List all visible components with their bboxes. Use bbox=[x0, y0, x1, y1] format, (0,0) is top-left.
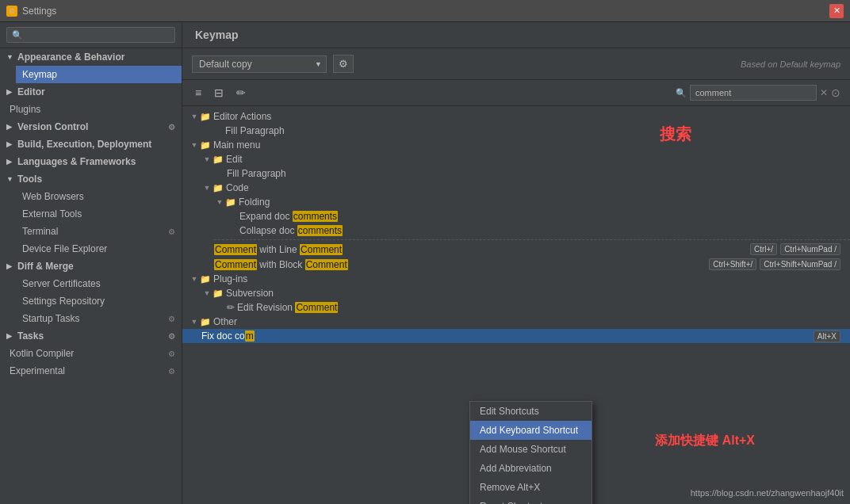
sidebar-item-editor[interactable]: ▶ Editor bbox=[0, 83, 182, 101]
tree-row-collapse-doc[interactable]: Collapse doc comments bbox=[182, 223, 850, 238]
tools-arrow: ▼ bbox=[6, 175, 14, 183]
tree-row-fill-paragraph-1[interactable]: Fill Paragraph bbox=[182, 124, 850, 138]
sidebar-item-tasks[interactable]: ▶ Tasks ⚙ bbox=[0, 327, 182, 345]
tree-row-edit-revision[interactable]: ✏ Edit Revision Comment bbox=[182, 300, 850, 315]
sidebar-item-web-browsers[interactable]: Web Browsers bbox=[16, 188, 182, 205]
keymap-gear-button[interactable]: ⚙ bbox=[333, 55, 354, 73]
experimental-label: Experimental bbox=[10, 365, 65, 376]
sidebar-item-tools[interactable]: ▼ Tools bbox=[0, 170, 182, 188]
tree-row-comment-block[interactable]: Comment with Block Comment Ctrl+Shift+/ … bbox=[182, 257, 850, 272]
plugins-tree-label: Plug-ins bbox=[213, 273, 850, 284]
folder-icon-folding: 📁 bbox=[225, 197, 236, 208]
tree-row-fix-doc[interactable]: Fix doc com Alt+X bbox=[182, 329, 850, 343]
keymap-search-input[interactable] bbox=[690, 85, 817, 101]
tree-row-comment-line[interactable]: Comment with Line Comment Ctrl+/ Ctrl+Nu… bbox=[182, 242, 850, 257]
tree-row-plugins[interactable]: ▼ 📁 Plug-ins bbox=[182, 272, 850, 286]
sidebar-item-external-tools[interactable]: External Tools bbox=[16, 205, 182, 223]
folder-icon-other: 📁 bbox=[200, 317, 211, 327]
ctx-edit-shortcuts[interactable]: Edit Shortcuts bbox=[470, 402, 592, 421]
ctx-add-abbreviation[interactable]: Add Abbreviation bbox=[470, 459, 592, 478]
titlebar-title: Settings bbox=[22, 6, 56, 17]
ctx-add-keyboard-shortcut[interactable]: Add Keyboard Shortcut bbox=[470, 421, 592, 440]
sidebar-item-build[interactable]: ▶ Build, Execution, Deployment bbox=[0, 136, 182, 153]
main-menu-label: Main menu bbox=[213, 139, 850, 151]
sidebar-item-appearance[interactable]: ▼ Appearance & Behavior bbox=[0, 48, 182, 66]
tasks-arrow: ▶ bbox=[6, 332, 14, 340]
other-label: Other bbox=[213, 316, 850, 327]
tree-row-edit[interactable]: ▼ 📁 Edit bbox=[182, 152, 850, 166]
fill-paragraph-1-label: Fill Paragraph bbox=[225, 125, 850, 136]
vc-label: Version Control bbox=[17, 121, 88, 132]
sidebar-item-device-file-explorer[interactable]: Device File Explorer bbox=[16, 240, 182, 258]
collapse-all-button[interactable]: ⊟ bbox=[211, 85, 227, 101]
lang-label: Languages & Frameworks bbox=[17, 156, 136, 167]
code-arrow: ▼ bbox=[201, 184, 212, 192]
fix-doc-shortcut: Alt+X bbox=[814, 331, 850, 341]
search-clear-button[interactable]: ✕ bbox=[820, 87, 828, 98]
comment-block-highlight1: Comment bbox=[214, 259, 257, 270]
sidebar-sub-appearance: Keymap bbox=[0, 66, 182, 83]
sidebar-item-terminal[interactable]: Terminal ⚙ bbox=[16, 223, 182, 240]
tree-row-code[interactable]: ▼ 📁 Code bbox=[182, 181, 850, 195]
folder-icon-code: 📁 bbox=[212, 183, 224, 193]
sidebar-item-kotlin-compiler[interactable]: Kotlin Compiler ⚙ bbox=[0, 345, 182, 362]
folder-icon-plugins: 📁 bbox=[200, 274, 211, 284]
tree-row-subversion[interactable]: ▼ 📁 Subversion bbox=[182, 286, 850, 300]
editor-arrow: ▶ bbox=[6, 88, 14, 96]
settings-icon: ⚙ bbox=[6, 6, 17, 17]
tree-row-main-menu[interactable]: ▼ 📁 Main menu bbox=[182, 138, 850, 152]
sidebar-item-diff-merge[interactable]: ▶ Diff & Merge bbox=[0, 258, 182, 275]
titlebar: ⚙ Settings ✕ bbox=[0, 0, 850, 22]
shortcut-alt-x: Alt+X bbox=[814, 330, 840, 342]
shortcut-ctrl-shift-numpad: Ctrl+Shift+NumPad / bbox=[760, 258, 840, 270]
edit-arrow: ▼ bbox=[201, 155, 212, 163]
ctx-add-mouse-shortcut[interactable]: Add Mouse Shortcut bbox=[470, 440, 592, 459]
sidebar-item-experimental[interactable]: Experimental ⚙ bbox=[0, 362, 182, 380]
diff-arrow: ▶ bbox=[6, 262, 14, 270]
search-options-button[interactable]: ⊙ bbox=[831, 86, 840, 99]
close-button[interactable]: ✕ bbox=[829, 4, 844, 18]
tree-row-fill-paragraph-edit[interactable]: Fill Paragraph bbox=[182, 166, 850, 181]
vc-arrow: ▶ bbox=[6, 123, 14, 131]
main-container: ▼ Appearance & Behavior Keymap ▶ Editor … bbox=[0, 22, 850, 504]
server-cert-label: Server Certificates bbox=[22, 278, 101, 289]
editor-actions-arrow: ▼ bbox=[189, 113, 200, 120]
sidebar-search-input[interactable] bbox=[6, 27, 175, 43]
sidebar-item-settings-repository[interactable]: Settings Repository bbox=[16, 292, 182, 310]
keymap-dropdown[interactable]: Default copy Default Eclipse NetBeans Em… bbox=[192, 55, 327, 73]
keymap-select-wrapper: Default copy Default Eclipse NetBeans Em… bbox=[192, 55, 327, 73]
startup-tasks-label: Startup Tasks bbox=[22, 313, 79, 324]
sidebar-search-box bbox=[0, 22, 182, 48]
folding-arrow: ▼ bbox=[214, 198, 225, 206]
kotlin-label: Kotlin Compiler bbox=[10, 348, 74, 359]
sidebar-item-keymap[interactable]: Keymap bbox=[16, 66, 182, 83]
tasks-icon: ⚙ bbox=[168, 332, 175, 341]
comment-line-highlight1: Comment bbox=[214, 244, 257, 255]
code-label: Code bbox=[226, 182, 850, 193]
ctx-remove-alt-x[interactable]: Remove Alt+X bbox=[470, 478, 592, 497]
tasks-label: Tasks bbox=[17, 330, 44, 342]
tree-row-folding[interactable]: ▼ 📁 Folding bbox=[182, 195, 850, 209]
folder-icon: 📁 bbox=[200, 112, 211, 122]
comment-line-shortcut: Ctrl+/ Ctrl+NumPad / bbox=[750, 243, 850, 255]
expand-all-button[interactable]: ≡ bbox=[192, 85, 205, 101]
sidebar-item-server-certificates[interactable]: Server Certificates bbox=[16, 275, 182, 292]
tree-row-editor-actions[interactable]: ▼ 📁 Editor Actions bbox=[182, 109, 850, 124]
context-menu: Edit Shortcuts Add Keyboard Shortcut Add… bbox=[469, 401, 592, 504]
sidebar-item-plugins[interactable]: Plugins bbox=[0, 101, 182, 118]
watermark: https://blog.csdn.net/zhangwenhaojf40it bbox=[691, 488, 844, 498]
sidebar-sub-tools: Web Browsers External Tools Terminal ⚙ D… bbox=[0, 188, 182, 258]
sidebar-item-startup-tasks[interactable]: Startup Tasks ⚙ bbox=[16, 310, 182, 327]
tree-row-other[interactable]: ▼ 📁 Other bbox=[182, 315, 850, 329]
main-menu-arrow: ▼ bbox=[189, 141, 200, 149]
tree-row-expand-doc[interactable]: Expand doc comments bbox=[182, 209, 850, 223]
sidebar-item-languages[interactable]: ▶ Languages & Frameworks bbox=[0, 153, 182, 170]
diff-label: Diff & Merge bbox=[17, 261, 74, 272]
sidebar-item-version-control[interactable]: ▶ Version Control ⚙ bbox=[0, 118, 182, 136]
shortcut-ctrl-numpad-slash: Ctrl+NumPad / bbox=[780, 243, 840, 255]
collapse-highlight: comments bbox=[297, 225, 343, 236]
keymap-toolbar: Default copy Default Eclipse NetBeans Em… bbox=[182, 48, 850, 80]
ctx-reset-shortcuts[interactable]: Reset Shortcuts bbox=[470, 497, 592, 504]
edit-shortcuts-toolbar-button[interactable]: ✏ bbox=[233, 85, 249, 101]
kotlin-icon: ⚙ bbox=[168, 349, 175, 358]
